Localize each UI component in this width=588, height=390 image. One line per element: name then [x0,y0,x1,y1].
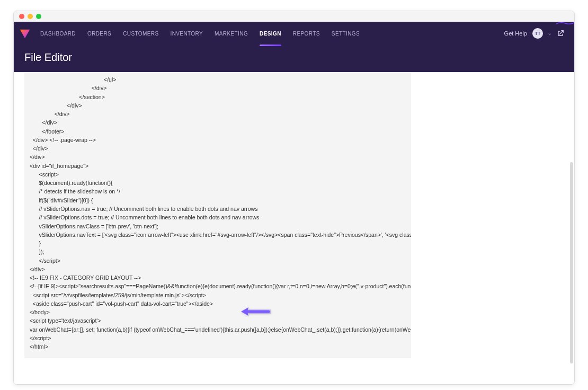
nav-reports[interactable]: REPORTS [293,29,320,39]
page-title: File Editor [14,45,574,72]
nav-inventory[interactable]: INVENTORY [170,29,203,39]
logo-icon [19,28,31,39]
nav-design[interactable]: DESIGN [260,29,281,39]
nav-orders[interactable]: ORDERS [87,29,111,39]
top-nav-bar: DASHBOARD ORDERS CUSTOMERS INVENTORY MAR… [14,22,574,45]
avatar[interactable]: TT [532,28,543,39]
vertical-scrollbar[interactable] [570,162,573,364]
app-logo[interactable] [19,28,31,39]
chevron-down-icon[interactable]: ⌵ [548,31,551,36]
app-header: DASHBOARD ORDERS CUSTOMERS INVENTORY MAR… [14,22,574,72]
close-window-button[interactable] [19,14,24,19]
window-titlebar [14,11,574,22]
code-editor[interactable] [24,72,411,358]
editor-container [24,72,411,374]
open-external-icon[interactable] [556,29,565,38]
header-actions: Get Help TT ⌵ [504,28,565,39]
minimize-window-button[interactable] [28,14,33,19]
nav-customers[interactable]: CUSTOMERS [123,29,158,39]
nav-marketing[interactable]: MARKETING [215,29,248,39]
primary-nav: DASHBOARD ORDERS CUSTOMERS INVENTORY MAR… [40,29,360,39]
app-window: DASHBOARD ORDERS CUSTOMERS INVENTORY MAR… [13,11,575,385]
content-area [14,72,574,384]
nav-dashboard[interactable]: DASHBOARD [40,29,76,39]
get-help-link[interactable]: Get Help [504,30,527,37]
svg-marker-0 [20,30,30,38]
maximize-window-button[interactable] [36,14,41,19]
nav-settings[interactable]: SETTINGS [332,29,360,39]
